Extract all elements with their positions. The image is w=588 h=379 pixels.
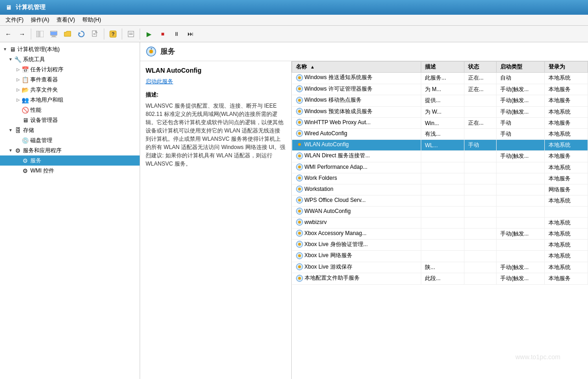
table-row[interactable]: Work Folders 本地服务 [292, 173, 588, 184]
service-starttype-cell [496, 184, 544, 195]
col-logon[interactable]: 登录为 [545, 62, 588, 73]
tree-item-wmi[interactable]: ⚙ WMI 控件 [0, 166, 140, 176]
tree-item-sys-tools[interactable]: ▼ 🔧 系统工具 [0, 54, 140, 64]
tree-item-shared-folders[interactable]: ▷ 📂 共享文件夹 [0, 85, 140, 95]
service-name-text: Xbox Live 网络服务 [305, 252, 352, 259]
svg-point-25 [298, 110, 301, 113]
service-starttype-cell: 手动(触发... [496, 151, 544, 162]
table-row[interactable]: Xbox Accessory Manag... 手动(触发...本地系统 [292, 228, 588, 239]
table-row[interactable]: Xbox Live 网络服务 本地系统 [292, 251, 588, 262]
table-row[interactable]: Windows 移动热点服务 提供...手动(触发...本地服务 [292, 95, 588, 107]
table-row[interactable]: 本地配置文件助手服务 此段...手动(触发...本地服务 [292, 273, 588, 285]
service-name-cell: Workstation [292, 184, 421, 195]
table-row[interactable]: WWAN AutoConfig [292, 206, 588, 217]
tree-item-event-viewer[interactable]: ▷ 📋 事件查看器 [0, 75, 140, 85]
show-hide-tree-button[interactable] [34, 28, 46, 40]
service-name-text: WLAN Direct 服务连接管... [305, 152, 370, 160]
menu-view[interactable]: 查看(V) [53, 15, 79, 25]
left-panel: ▼ 🖥 计算机管理(本地) ▼ 🔧 系统工具 ▷ 📅 任务计划程序 ▷ 📋 事件… [0, 42, 140, 379]
service-starttype-cell: 手动 [496, 129, 544, 140]
table-row[interactable]: WLAN AutoConfig WL...手动本地系统 [292, 140, 588, 151]
svg-text:✦: ✦ [150, 47, 153, 50]
table-row[interactable]: Windows 许可证管理器服务 为 M...正在...手动(触发...本地服务 [292, 84, 588, 95]
menu-file[interactable]: 文件(F) [2, 15, 27, 25]
table-row[interactable]: Wired AutoConfig 有浅...手动本地系统 [292, 129, 588, 140]
table-row[interactable]: WLAN Direct 服务连接管... 手动(触发...本地服务 [292, 151, 588, 162]
tree-item-performance[interactable]: 🚫 性能 [0, 105, 140, 115]
service-status-cell [464, 251, 496, 262]
folder-button[interactable] [61, 28, 74, 40]
icon-sys-tools: 🔧 [14, 56, 22, 63]
expand-disk-mgmt[interactable] [15, 137, 21, 144]
col-status[interactable]: 状态 [464, 62, 496, 73]
table-row[interactable]: wwbizsrv 本地系统 [292, 217, 588, 228]
tree-item-local-users[interactable]: ▷ 👥 本地用户和组 [0, 95, 140, 105]
computer-button[interactable] [47, 28, 60, 40]
service-logon-cell: 本地系统 [545, 140, 588, 151]
expand-device-mgr[interactable] [15, 117, 21, 123]
expand-root[interactable]: ▼ [2, 46, 8, 52]
table-row[interactable]: WinHTTP Web Proxy Aut... Win...正在...手动本地… [292, 118, 588, 129]
pause-button[interactable]: ⏸ [170, 28, 183, 40]
restart-button[interactable]: ⏭ [184, 28, 197, 40]
expand-sys-tools[interactable]: ▼ [7, 56, 14, 63]
help-button[interactable]: ? [107, 28, 119, 40]
tree-item-disk-mgmt[interactable]: 💿 磁盘管理 [0, 135, 140, 145]
tree-item-device-mgr[interactable]: 🖥 设备管理器 [0, 115, 140, 125]
service-status-cell [464, 162, 496, 173]
table-row[interactable]: Xbox Live 身份验证管理... 本地系统 [292, 239, 588, 251]
selected-service-name: WLAN AutoConfig [146, 67, 286, 74]
tree-item-root[interactable]: ▼ 🖥 计算机管理(本地) [0, 44, 140, 54]
table-row[interactable]: Windows 推送通知系统服务 此服务...正在...自动本地系统 [292, 73, 588, 84]
service-desc-cell: 提供... [421, 95, 464, 107]
menu-action[interactable]: 操作(A) [27, 15, 53, 25]
table-row[interactable]: Xbox Live 游戏保存 陕...手动(触发...本地系统 [292, 262, 588, 273]
service-status-cell [464, 184, 496, 195]
expand-services-apps[interactable]: ▼ [7, 147, 14, 154]
service-status-cell: 正在... [464, 84, 496, 95]
service-name-text: WinHTTP Web Proxy Aut... [305, 119, 371, 126]
service-desc-cell [421, 195, 464, 206]
expand-event-viewer[interactable]: ▷ [15, 76, 21, 83]
col-name[interactable]: 名称 ▲ [292, 62, 421, 73]
svg-point-29 [298, 132, 301, 135]
expand-storage[interactable]: ▼ [7, 127, 14, 133]
service-starttype-cell [496, 251, 544, 262]
stop-button[interactable]: ■ [156, 28, 169, 40]
col-start-type[interactable]: 启动类型 [496, 62, 544, 73]
expand-performance[interactable] [15, 107, 21, 113]
service-name-text: WLAN AutoConfig [305, 141, 349, 148]
tree-item-services-apps[interactable]: ▼ ⚙ 服务和应用程序 [0, 145, 140, 155]
tree-root: ▼ 🖥 计算机管理(本地) ▼ 🔧 系统工具 ▷ 📅 任务计划程序 ▷ 📋 事件… [0, 42, 140, 178]
svg-point-49 [298, 243, 301, 246]
service-status-cell [464, 95, 496, 107]
play-button[interactable]: ▶ [142, 28, 155, 40]
menu-help[interactable]: 帮助(H) [79, 15, 105, 25]
expand-wmi[interactable] [15, 167, 21, 174]
properties-button[interactable] [124, 28, 137, 40]
expand-local-users[interactable]: ▷ [15, 97, 21, 103]
service-name-cell: Xbox Accessory Manag... [292, 228, 421, 239]
service-name-cell: Wired AutoConfig [292, 129, 421, 140]
forward-button[interactable]: → [16, 28, 28, 40]
service-name-cell: wwbizsrv [292, 217, 421, 228]
service-name-text: Workstation [305, 186, 334, 192]
expand-task-sched[interactable]: ▷ [15, 66, 21, 73]
table-row[interactable]: WMI Performance Adap... 本地系统 [292, 162, 588, 173]
back-button[interactable]: ← [2, 28, 15, 40]
service-logon-cell: 本地系统 [545, 129, 588, 140]
service-table-body: Windows 推送通知系统服务 此服务...正在...自动本地系统 Windo… [292, 73, 588, 285]
col-desc[interactable]: 描述 [421, 62, 464, 73]
expand-shared-folders[interactable]: ▷ [15, 86, 21, 93]
refresh-button[interactable] [75, 28, 88, 40]
tree-item-task-sched[interactable]: ▷ 📅 任务计划程序 [0, 64, 140, 75]
expand-services[interactable] [15, 157, 21, 164]
table-row[interactable]: Windows 预览体验成员服务 为 W...手动(触发...本地系统 [292, 106, 588, 118]
tree-item-storage[interactable]: ▼ 🗄 存储 [0, 125, 140, 135]
export-button[interactable] [89, 28, 102, 40]
service-start-link[interactable]: 启动此服务 [146, 78, 173, 86]
tree-item-services[interactable]: ⚙ 服务 [0, 155, 140, 166]
table-row[interactable]: WPS Office Cloud Serv... 本地系统 [292, 195, 588, 206]
service-logon-cell: 本地系统 [545, 162, 588, 173]
table-row[interactable]: Workstation 网络服务 [292, 184, 588, 195]
